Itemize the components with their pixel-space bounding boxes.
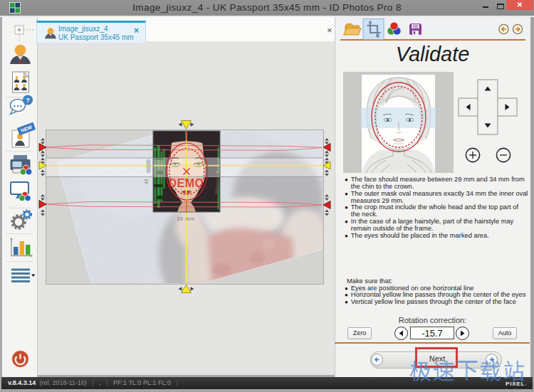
svg-text:?: ?: [26, 96, 30, 104]
